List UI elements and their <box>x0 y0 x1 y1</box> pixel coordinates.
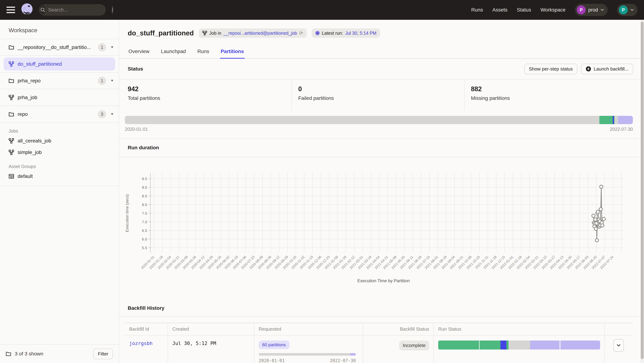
job-icon <box>9 138 14 144</box>
dagster-logo[interactable] <box>20 2 34 18</box>
nav-workspace[interactable]: Workspace <box>540 7 566 13</box>
partition-range-start: 2020-01-01 <box>125 127 148 132</box>
user-menu[interactable]: P <box>617 4 638 16</box>
sidebar-item-repo[interactable]: repo 3 ▼ <box>0 106 119 123</box>
caret-down-icon[interactable]: ▼ <box>110 45 114 49</box>
folder-icon <box>9 45 14 50</box>
nav-runs[interactable]: Runs <box>471 7 483 13</box>
caret-down-icon[interactable]: ▼ <box>110 79 114 82</box>
col-backfill-status: Backfill Status <box>363 323 434 335</box>
col-backfill-id: Backfill Id <box>125 323 168 335</box>
svg-text:Execution time (secs): Execution time (secs) <box>125 194 129 232</box>
execution-time-chart[interactable]: 2020-01-012020-01-182020-02-042020-02-21… <box>119 157 632 290</box>
svg-text:7.0: 7.0 <box>142 220 147 224</box>
svg-text:5.5: 5.5 <box>142 246 147 250</box>
tab-partitions[interactable]: Partitions <box>220 46 245 59</box>
launch-backfill-button[interactable]: Launch backfill... <box>581 64 633 74</box>
deployment-avatar: P <box>577 6 586 14</box>
run-status-bar[interactable] <box>438 340 600 350</box>
jobs-section-label: Jobs <box>0 128 119 134</box>
svg-text:6.0: 6.0 <box>142 237 147 241</box>
page-scrollbar[interactable] <box>640 20 644 363</box>
job-tag: Job in __reposi...artitioned@partitioned… <box>199 28 307 38</box>
partition-status-bar[interactable] <box>125 116 633 124</box>
job-icon <box>202 31 207 36</box>
backfill-id-link[interactable]: jozrgsbh <box>125 336 168 363</box>
chevron-down-icon <box>600 9 604 11</box>
backfill-history-header: Backfill History <box>119 290 644 316</box>
refresh-icon[interactable]: ⟳ <box>299 30 303 36</box>
shown-count: 3 of 3 shown <box>15 351 90 357</box>
show-per-step-status-button[interactable]: Show per-step status <box>524 64 578 74</box>
col-created: Created <box>168 323 254 335</box>
latest-run-tag: Latest run: Jul 30, 5:14 PM <box>312 28 380 38</box>
page-title: do_stuff_partitioned <box>128 29 194 37</box>
job-icon <box>9 95 14 100</box>
sidebar-item-do-stuff-partitioned[interactable]: do_stuff_partitioned <box>0 56 119 72</box>
requested-partitions-chip[interactable]: 60 partitions <box>259 340 290 349</box>
run-duration-chart: 2020-01-012020-01-182020-02-042020-02-21… <box>119 157 644 290</box>
sidebar-job-all-cereals[interactable]: all_cereals_job <box>0 135 119 146</box>
partition-status-bar-block: 2020-01-01 2022-07-30 <box>119 110 644 138</box>
caret-down-icon[interactable]: ▼ <box>110 112 114 116</box>
filter-button[interactable]: Filter <box>93 348 113 359</box>
count-badge: 3 <box>98 110 106 118</box>
top-nav-bar: / Runs Assets Status Workspace P prod P <box>0 0 644 20</box>
stat-missing-partitions: 882 Missing partitions <box>464 80 644 110</box>
scrollbar-thumb[interactable] <box>641 22 644 359</box>
page-tabs: Overview Launchpad Runs Partitions <box>119 46 644 59</box>
run-duration-section-header[interactable]: Run duration <box>119 138 644 157</box>
nav-status[interactable]: Status <box>517 7 531 13</box>
backfill-status-cell: Incomplete <box>363 336 434 363</box>
sidebar-item-prha-repo[interactable]: prha_repo 1 ▼ <box>0 72 119 89</box>
job-icon <box>9 150 14 155</box>
search-icon <box>40 5 45 14</box>
deployment-switcher[interactable]: P prod <box>575 4 608 16</box>
col-requested: Requested <box>254 323 363 335</box>
main-content: do_stuff_partitioned Job in __reposi...a… <box>119 20 644 363</box>
requested-range-end: 2022-07-30 <box>330 358 356 363</box>
status-heading: Status <box>128 66 143 72</box>
svg-text:7.5: 7.5 <box>142 211 147 215</box>
workspace-sidebar: Workspace __repository__do_stuff_partiti… <box>0 20 119 363</box>
tab-overview[interactable]: Overview <box>128 46 150 59</box>
sidebar-job-simple-job[interactable]: simple_job <box>0 146 119 158</box>
col-run-status: Run Status <box>434 323 604 335</box>
nav-assets[interactable]: Assets <box>492 7 508 13</box>
svg-text:Execution Time by Partition: Execution Time by Partition <box>358 278 410 283</box>
sidebar-item-repository-do-stuff[interactable]: __repository__do_stuff_partitio... 1 ▼ <box>0 39 119 56</box>
tab-runs[interactable]: Runs <box>196 46 210 59</box>
job-origin-link[interactable]: __reposi...artitioned@partitioned_job <box>224 30 297 36</box>
hamburger-menu-icon[interactable] <box>6 7 15 13</box>
sidebar-asset-group-default[interactable]: default <box>0 170 119 182</box>
backfill-status-badge: Incomplete <box>399 340 429 350</box>
svg-text:8.0: 8.0 <box>142 202 147 207</box>
run-status-dot-icon <box>315 31 320 35</box>
backfill-created: Jul 30, 5:12 PM <box>168 336 254 363</box>
search-shortcut-key: / <box>112 6 113 14</box>
folder-icon <box>9 112 14 116</box>
svg-text:9.5: 9.5 <box>142 177 147 181</box>
job-icon <box>9 61 14 67</box>
asset-group-icon <box>9 174 14 179</box>
run-status-cell <box>434 336 604 363</box>
backfill-requested: 60 partitions 2020-01-01 2022-07-30 <box>254 336 363 363</box>
sidebar-title: Workspace <box>0 20 119 39</box>
dagster-app: / Runs Assets Status Workspace P prod P … <box>0 0 644 363</box>
page-header: do_stuff_partitioned Job in __reposi...a… <box>119 20 644 38</box>
sidebar-item-prha-job[interactable]: prha_job <box>0 89 119 106</box>
chevron-down-icon <box>630 9 634 11</box>
expand-cell <box>604 336 632 363</box>
global-search[interactable]: / <box>39 4 106 16</box>
table-row: jozrgsbh Jul 30, 5:12 PM 60 partitions 2… <box>125 336 632 363</box>
requested-range-start: 2020-01-01 <box>259 358 285 363</box>
status-section-header: Status Show per-step status Launch backf… <box>119 59 644 80</box>
folder-icon <box>9 78 14 83</box>
plus-circle-icon <box>586 66 591 72</box>
expand-row-button[interactable] <box>614 339 624 352</box>
tab-launchpad[interactable]: Launchpad <box>160 46 187 59</box>
search-input[interactable] <box>45 7 112 13</box>
latest-run-link[interactable]: Jul 30, 5:14 PM <box>345 30 376 36</box>
table-header-row: Backfill Id Created Requested Backfill S… <box>125 323 632 336</box>
sidebar-footer: 3 of 3 shown Filter <box>0 344 119 363</box>
